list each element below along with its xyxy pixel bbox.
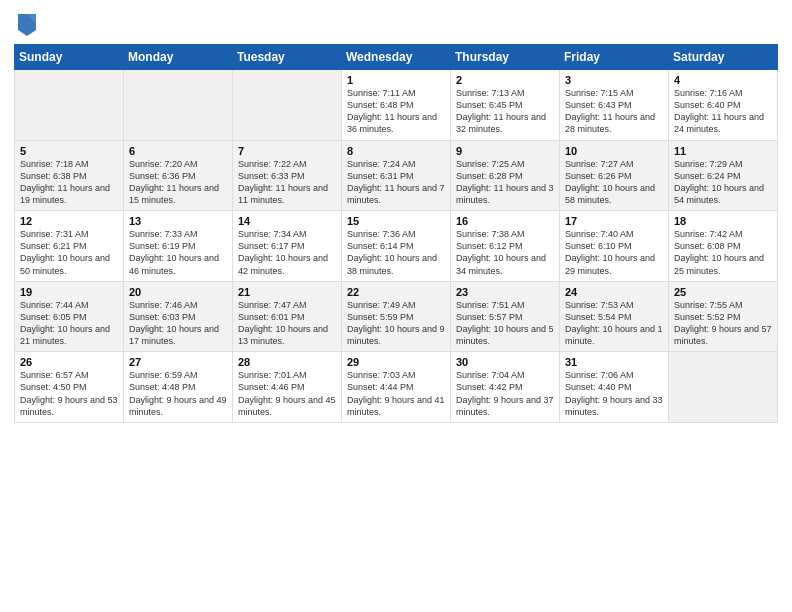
day-number: 12 — [20, 215, 118, 227]
day-info: Sunrise: 7:53 AM Sunset: 5:54 PM Dayligh… — [565, 299, 663, 348]
day-info: Sunrise: 7:20 AM Sunset: 6:36 PM Dayligh… — [129, 158, 227, 207]
day-number: 31 — [565, 356, 663, 368]
calendar-cell: 30Sunrise: 7:04 AM Sunset: 4:42 PM Dayli… — [451, 352, 560, 423]
day-number: 17 — [565, 215, 663, 227]
calendar-header-monday: Monday — [124, 45, 233, 70]
day-number: 21 — [238, 286, 336, 298]
calendar-cell: 1Sunrise: 7:11 AM Sunset: 6:48 PM Daylig… — [342, 70, 451, 141]
calendar-cell: 18Sunrise: 7:42 AM Sunset: 6:08 PM Dayli… — [669, 211, 778, 282]
calendar-cell: 20Sunrise: 7:46 AM Sunset: 6:03 PM Dayli… — [124, 281, 233, 352]
day-info: Sunrise: 7:46 AM Sunset: 6:03 PM Dayligh… — [129, 299, 227, 348]
day-number: 4 — [674, 74, 772, 86]
calendar-cell: 4Sunrise: 7:16 AM Sunset: 6:40 PM Daylig… — [669, 70, 778, 141]
day-number: 29 — [347, 356, 445, 368]
day-info: Sunrise: 7:25 AM Sunset: 6:28 PM Dayligh… — [456, 158, 554, 207]
logo — [14, 10, 38, 38]
calendar-cell: 19Sunrise: 7:44 AM Sunset: 6:05 PM Dayli… — [15, 281, 124, 352]
day-info: Sunrise: 7:24 AM Sunset: 6:31 PM Dayligh… — [347, 158, 445, 207]
calendar-week-row: 1Sunrise: 7:11 AM Sunset: 6:48 PM Daylig… — [15, 70, 778, 141]
calendar-cell: 8Sunrise: 7:24 AM Sunset: 6:31 PM Daylig… — [342, 140, 451, 211]
calendar-cell — [15, 70, 124, 141]
day-number: 28 — [238, 356, 336, 368]
day-number: 14 — [238, 215, 336, 227]
day-number: 16 — [456, 215, 554, 227]
calendar-header-wednesday: Wednesday — [342, 45, 451, 70]
calendar-header-saturday: Saturday — [669, 45, 778, 70]
calendar-table: SundayMondayTuesdayWednesdayThursdayFrid… — [14, 44, 778, 423]
calendar-cell: 14Sunrise: 7:34 AM Sunset: 6:17 PM Dayli… — [233, 211, 342, 282]
day-info: Sunrise: 7:38 AM Sunset: 6:12 PM Dayligh… — [456, 228, 554, 277]
day-info: Sunrise: 7:01 AM Sunset: 4:46 PM Dayligh… — [238, 369, 336, 418]
day-info: Sunrise: 7:03 AM Sunset: 4:44 PM Dayligh… — [347, 369, 445, 418]
calendar-cell: 28Sunrise: 7:01 AM Sunset: 4:46 PM Dayli… — [233, 352, 342, 423]
day-number: 5 — [20, 145, 118, 157]
day-info: Sunrise: 7:36 AM Sunset: 6:14 PM Dayligh… — [347, 228, 445, 277]
calendar-header-friday: Friday — [560, 45, 669, 70]
day-info: Sunrise: 7:34 AM Sunset: 6:17 PM Dayligh… — [238, 228, 336, 277]
calendar-cell: 21Sunrise: 7:47 AM Sunset: 6:01 PM Dayli… — [233, 281, 342, 352]
calendar-header-sunday: Sunday — [15, 45, 124, 70]
day-number: 3 — [565, 74, 663, 86]
day-number: 1 — [347, 74, 445, 86]
day-info: Sunrise: 7:18 AM Sunset: 6:38 PM Dayligh… — [20, 158, 118, 207]
day-number: 15 — [347, 215, 445, 227]
logo-icon — [16, 10, 38, 38]
day-number: 11 — [674, 145, 772, 157]
day-info: Sunrise: 7:16 AM Sunset: 6:40 PM Dayligh… — [674, 87, 772, 136]
calendar-cell: 12Sunrise: 7:31 AM Sunset: 6:21 PM Dayli… — [15, 211, 124, 282]
calendar-week-row: 19Sunrise: 7:44 AM Sunset: 6:05 PM Dayli… — [15, 281, 778, 352]
day-info: Sunrise: 7:33 AM Sunset: 6:19 PM Dayligh… — [129, 228, 227, 277]
day-info: Sunrise: 7:49 AM Sunset: 5:59 PM Dayligh… — [347, 299, 445, 348]
day-number: 6 — [129, 145, 227, 157]
calendar-cell: 9Sunrise: 7:25 AM Sunset: 6:28 PM Daylig… — [451, 140, 560, 211]
day-info: Sunrise: 7:15 AM Sunset: 6:43 PM Dayligh… — [565, 87, 663, 136]
calendar-cell: 27Sunrise: 6:59 AM Sunset: 4:48 PM Dayli… — [124, 352, 233, 423]
calendar-cell: 13Sunrise: 7:33 AM Sunset: 6:19 PM Dayli… — [124, 211, 233, 282]
day-number: 13 — [129, 215, 227, 227]
day-info: Sunrise: 7:55 AM Sunset: 5:52 PM Dayligh… — [674, 299, 772, 348]
day-number: 22 — [347, 286, 445, 298]
calendar-cell — [233, 70, 342, 141]
day-info: Sunrise: 7:29 AM Sunset: 6:24 PM Dayligh… — [674, 158, 772, 207]
day-info: Sunrise: 7:04 AM Sunset: 4:42 PM Dayligh… — [456, 369, 554, 418]
day-info: Sunrise: 7:40 AM Sunset: 6:10 PM Dayligh… — [565, 228, 663, 277]
calendar-header-tuesday: Tuesday — [233, 45, 342, 70]
day-number: 19 — [20, 286, 118, 298]
day-number: 24 — [565, 286, 663, 298]
calendar-cell — [124, 70, 233, 141]
day-number: 2 — [456, 74, 554, 86]
calendar-cell: 29Sunrise: 7:03 AM Sunset: 4:44 PM Dayli… — [342, 352, 451, 423]
calendar-cell: 31Sunrise: 7:06 AM Sunset: 4:40 PM Dayli… — [560, 352, 669, 423]
day-info: Sunrise: 7:44 AM Sunset: 6:05 PM Dayligh… — [20, 299, 118, 348]
calendar-header-row: SundayMondayTuesdayWednesdayThursdayFrid… — [15, 45, 778, 70]
calendar-cell: 15Sunrise: 7:36 AM Sunset: 6:14 PM Dayli… — [342, 211, 451, 282]
calendar-cell: 10Sunrise: 7:27 AM Sunset: 6:26 PM Dayli… — [560, 140, 669, 211]
day-number: 7 — [238, 145, 336, 157]
calendar-cell: 26Sunrise: 6:57 AM Sunset: 4:50 PM Dayli… — [15, 352, 124, 423]
calendar-cell: 2Sunrise: 7:13 AM Sunset: 6:45 PM Daylig… — [451, 70, 560, 141]
day-info: Sunrise: 7:22 AM Sunset: 6:33 PM Dayligh… — [238, 158, 336, 207]
calendar-cell: 17Sunrise: 7:40 AM Sunset: 6:10 PM Dayli… — [560, 211, 669, 282]
day-number: 25 — [674, 286, 772, 298]
day-number: 20 — [129, 286, 227, 298]
calendar-cell: 22Sunrise: 7:49 AM Sunset: 5:59 PM Dayli… — [342, 281, 451, 352]
page-header — [14, 10, 778, 38]
calendar-cell: 23Sunrise: 7:51 AM Sunset: 5:57 PM Dayli… — [451, 281, 560, 352]
day-number: 9 — [456, 145, 554, 157]
calendar-cell: 16Sunrise: 7:38 AM Sunset: 6:12 PM Dayli… — [451, 211, 560, 282]
calendar-cell: 24Sunrise: 7:53 AM Sunset: 5:54 PM Dayli… — [560, 281, 669, 352]
day-info: Sunrise: 7:06 AM Sunset: 4:40 PM Dayligh… — [565, 369, 663, 418]
day-info: Sunrise: 7:31 AM Sunset: 6:21 PM Dayligh… — [20, 228, 118, 277]
calendar-cell: 3Sunrise: 7:15 AM Sunset: 6:43 PM Daylig… — [560, 70, 669, 141]
day-number: 27 — [129, 356, 227, 368]
day-info: Sunrise: 7:11 AM Sunset: 6:48 PM Dayligh… — [347, 87, 445, 136]
day-info: Sunrise: 7:47 AM Sunset: 6:01 PM Dayligh… — [238, 299, 336, 348]
calendar-week-row: 26Sunrise: 6:57 AM Sunset: 4:50 PM Dayli… — [15, 352, 778, 423]
calendar-cell: 6Sunrise: 7:20 AM Sunset: 6:36 PM Daylig… — [124, 140, 233, 211]
calendar-cell: 25Sunrise: 7:55 AM Sunset: 5:52 PM Dayli… — [669, 281, 778, 352]
day-number: 26 — [20, 356, 118, 368]
day-info: Sunrise: 7:51 AM Sunset: 5:57 PM Dayligh… — [456, 299, 554, 348]
calendar-cell: 5Sunrise: 7:18 AM Sunset: 6:38 PM Daylig… — [15, 140, 124, 211]
day-number: 10 — [565, 145, 663, 157]
calendar-cell — [669, 352, 778, 423]
